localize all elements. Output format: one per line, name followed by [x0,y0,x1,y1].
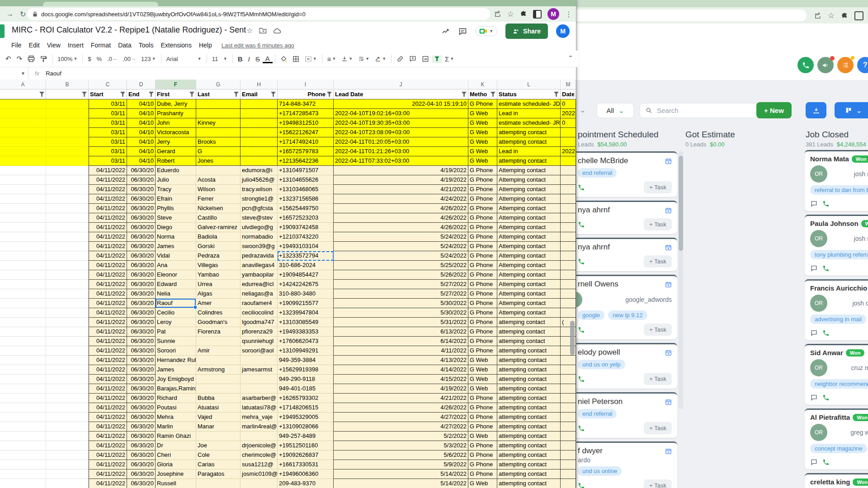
cell[interactable]: 03/11 [89,118,127,128]
share-icon[interactable] [494,10,501,18]
tasks-list-icon[interactable] [837,57,854,73]
cell[interactable]: 2022-04-10T19:02:16+03:00 [334,109,468,118]
cell[interactable]: 04/11/2022 [89,394,127,403]
bookmark-star-icon[interactable]: ☆ [828,11,835,20]
cell[interactable] [0,261,46,270]
cell[interactable]: Paragatos [196,469,241,479]
call-phone-icon[interactable] [822,329,830,337]
cell[interactable] [241,137,278,147]
cell[interactable]: +13233572794 [278,251,334,261]
cell[interactable]: Algas [196,289,241,299]
cell[interactable]: attempting contact [497,384,561,394]
strikethrough-button[interactable]: S [253,54,263,64]
star-icon[interactable]: ☆ [246,26,253,35]
cell[interactable]: +16617330531 [278,460,334,469]
cell[interactable]: G Web [468,147,497,156]
cell[interactable]: Amer [196,299,241,308]
cell[interactable]: Dr [156,441,196,450]
cell[interactable]: 04/11/2022 [89,403,127,413]
cell[interactable] [46,137,89,147]
cell[interactable] [561,450,576,460]
cell[interactable] [241,479,278,488]
cell[interactable] [241,147,278,156]
cell[interactable]: 2022-04-10T19:30:35+03:00 [334,118,468,128]
cell[interactable] [0,365,46,375]
italic-button[interactable]: I [245,54,253,64]
cell[interactable]: attempting contact [497,346,561,356]
cell[interactable]: Acosta [196,175,241,185]
filter-icon[interactable] [327,92,332,97]
cell[interactable]: attempting contact [497,128,561,137]
cell[interactable]: Attemping contact [497,194,561,204]
cell[interactable]: Cole [196,450,241,460]
reload-icon[interactable]: ↻ [20,10,26,19]
cell[interactable]: 04/11/2022 [89,175,127,185]
chat-icon[interactable] [810,394,818,401]
cell[interactable]: Attemping contact [497,251,561,261]
cell[interactable]: Eduerdo [156,166,196,175]
cell[interactable] [46,403,89,413]
currency-format-button[interactable]: $ [85,54,94,64]
text-color-button[interactable]: A [263,54,273,63]
cell[interactable]: +16265793302 [278,394,334,403]
text-wrap-icon[interactable]: ▼ [355,54,372,63]
cell[interactable]: Ana [156,261,196,270]
call-phone-icon[interactable] [578,326,585,333]
cell[interactable]: normabadio [241,232,278,242]
cell[interactable]: Diego [156,223,196,232]
cell[interactable]: G Phone [468,441,497,450]
cell[interactable]: Gloria [156,460,196,469]
cell[interactable]: Richard [156,394,196,403]
cell[interactable] [241,118,278,128]
cell[interactable] [0,194,46,204]
cell[interactable]: G Web [468,356,497,365]
cell[interactable]: 5/30/2022 [334,299,468,308]
percent-format-button[interactable]: % [94,54,105,64]
cell[interactable]: G Phone [468,318,497,327]
cell[interactable]: +17606620473 [278,337,334,346]
cell[interactable]: 03/11 [89,109,127,118]
call-phone-icon[interactable] [578,184,585,191]
cell[interactable]: latuatasi78@ [241,403,278,413]
calendar-plus-icon[interactable] [665,281,672,288]
cell[interactable]: 2022-04-11T01:20:05+03:00 [334,137,468,147]
cell[interactable] [561,469,576,479]
cell[interactable]: attempting contact [497,156,561,166]
meet-icon[interactable]: ▼ [475,26,497,36]
cell[interactable] [561,185,576,194]
cell[interactable] [0,375,46,384]
cell[interactable]: Ramin Ghazi [156,432,196,441]
cell[interactable]: Nelia [156,289,196,299]
filter-icon[interactable] [189,92,194,97]
add-task-button[interactable]: + Task [644,218,672,230]
header-A[interactable] [0,89,46,99]
cell[interactable]: steve@stev [241,213,278,223]
cell[interactable]: 06/30/20 [127,166,156,175]
cell[interactable] [196,99,241,109]
cell[interactable]: 04/11/2022 [89,469,127,479]
cell[interactable] [196,109,241,118]
cell[interactable] [0,147,46,156]
address-bar[interactable]: docs.google.com/spreadsheets/d/1VT0Z9Bju… [27,8,490,20]
cell[interactable]: 2022-04-11T01:21:26+03:00 [334,147,468,156]
horizontal-align-icon[interactable]: ≡▼ [325,54,339,64]
cell[interactable]: 06/30/20 [127,365,156,375]
cell[interactable]: ceciliocolind [241,308,278,318]
insert-chart-icon[interactable] [419,54,432,64]
cell[interactable]: +19495329005 [278,413,334,422]
cell[interactable]: 4/13/2022 [334,356,468,365]
cell[interactable]: Vidal [156,251,196,261]
cell[interactable] [46,128,89,137]
cell[interactable]: 5/27/2022 [334,289,468,299]
cell[interactable] [0,432,46,441]
calendar-plus-icon[interactable] [665,448,672,455]
last-edit-link[interactable]: Last edit was 6 minutes ago [222,42,294,49]
cell[interactable]: Attemping contact [497,204,561,213]
cell[interactable]: Barajas,Ramiro [156,384,196,394]
add-task-button[interactable]: + Task [644,373,672,385]
cell[interactable]: Cheri [156,450,196,460]
cell[interactable] [561,441,576,450]
cell[interactable] [0,460,46,469]
cell[interactable] [196,166,241,175]
cell[interactable]: attempting contact [497,403,561,413]
